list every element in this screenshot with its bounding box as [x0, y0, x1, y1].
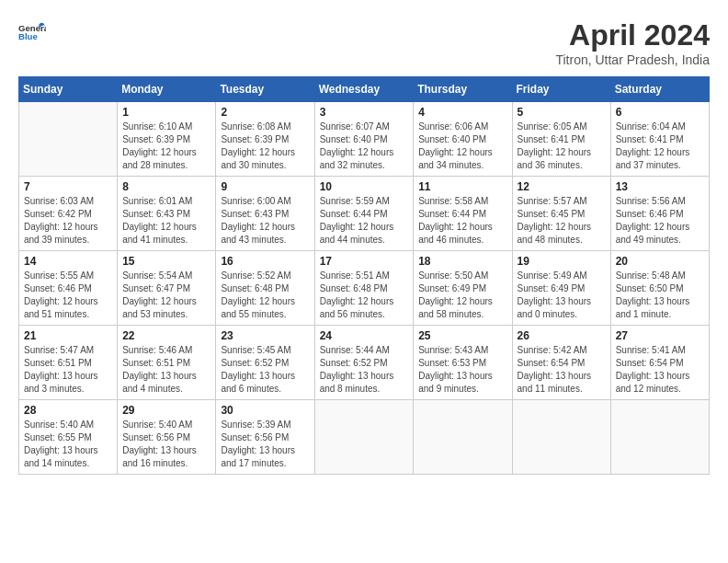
calendar-cell: 29Sunrise: 5:40 AM Sunset: 6:56 PM Dayli… — [118, 400, 216, 475]
calendar-cell — [512, 400, 610, 475]
sub-title: Titron, Uttar Pradesh, India — [555, 52, 710, 67]
day-number: 21 — [24, 329, 112, 342]
calendar-table: SundayMondayTuesdayWednesdayThursdayFrid… — [18, 76, 710, 475]
calendar-cell: 3Sunrise: 6:07 AM Sunset: 6:40 PM Daylig… — [314, 102, 414, 177]
day-info: Sunrise: 5:50 AM Sunset: 6:49 PM Dayligh… — [418, 270, 506, 321]
calendar-cell: 23Sunrise: 5:45 AM Sunset: 6:52 PM Dayli… — [216, 326, 314, 400]
calendar-cell: 12Sunrise: 5:57 AM Sunset: 6:45 PM Dayli… — [512, 177, 610, 251]
day-info: Sunrise: 6:10 AM Sunset: 6:39 PM Dayligh… — [122, 121, 210, 172]
day-number: 30 — [221, 404, 309, 417]
calendar-cell: 24Sunrise: 5:44 AM Sunset: 6:52 PM Dayli… — [314, 326, 414, 400]
day-number: 10 — [320, 180, 409, 193]
generalblue-logo-icon: General Blue — [18, 18, 46, 46]
day-number: 12 — [518, 180, 606, 193]
day-header-saturday: Saturday — [610, 77, 709, 102]
day-info: Sunrise: 5:56 AM Sunset: 6:46 PM Dayligh… — [616, 195, 704, 247]
day-number: 3 — [320, 106, 409, 119]
day-info: Sunrise: 5:55 AM Sunset: 6:46 PM Dayligh… — [24, 270, 112, 321]
week-row-4: 21Sunrise: 5:47 AM Sunset: 6:51 PM Dayli… — [19, 326, 710, 400]
day-number: 13 — [616, 180, 704, 193]
calendar-cell — [314, 400, 414, 475]
logo: General Blue — [18, 18, 46, 46]
day-number: 8 — [122, 180, 210, 193]
day-header-tuesday: Tuesday — [216, 77, 314, 102]
calendar-cell: 15Sunrise: 5:54 AM Sunset: 6:47 PM Dayli… — [118, 251, 216, 326]
day-info: Sunrise: 5:49 AM Sunset: 6:49 PM Dayligh… — [518, 270, 606, 321]
day-info: Sunrise: 5:59 AM Sunset: 6:44 PM Dayligh… — [320, 195, 409, 247]
calendar-cell: 16Sunrise: 5:52 AM Sunset: 6:48 PM Dayli… — [216, 251, 314, 326]
day-info: Sunrise: 6:04 AM Sunset: 6:41 PM Dayligh… — [616, 121, 704, 172]
calendar-cell: 27Sunrise: 5:41 AM Sunset: 6:54 PM Dayli… — [610, 326, 709, 400]
calendar-cell: 14Sunrise: 5:55 AM Sunset: 6:46 PM Dayli… — [19, 251, 118, 326]
day-info: Sunrise: 6:01 AM Sunset: 6:43 PM Dayligh… — [122, 195, 210, 247]
week-row-3: 14Sunrise: 5:55 AM Sunset: 6:46 PM Dayli… — [19, 251, 710, 326]
day-info: Sunrise: 5:44 AM Sunset: 6:52 PM Dayligh… — [320, 344, 409, 396]
header: General Blue April 2024 Titron, Uttar Pr… — [18, 18, 710, 67]
day-info: Sunrise: 5:47 AM Sunset: 6:51 PM Dayligh… — [24, 344, 112, 396]
day-info: Sunrise: 5:54 AM Sunset: 6:47 PM Dayligh… — [122, 270, 210, 321]
calendar-cell — [414, 400, 512, 475]
calendar-cell: 6Sunrise: 6:04 AM Sunset: 6:41 PM Daylig… — [610, 102, 709, 177]
calendar-cell: 7Sunrise: 6:03 AM Sunset: 6:42 PM Daylig… — [19, 177, 118, 251]
calendar-cell: 17Sunrise: 5:51 AM Sunset: 6:48 PM Dayli… — [314, 251, 414, 326]
day-info: Sunrise: 5:52 AM Sunset: 6:48 PM Dayligh… — [221, 270, 309, 321]
calendar-cell — [610, 400, 709, 475]
title-area: April 2024 Titron, Uttar Pradesh, India — [555, 18, 710, 67]
day-info: Sunrise: 5:46 AM Sunset: 6:51 PM Dayligh… — [122, 344, 210, 396]
week-row-2: 7Sunrise: 6:03 AM Sunset: 6:42 PM Daylig… — [19, 177, 710, 251]
day-info: Sunrise: 5:58 AM Sunset: 6:44 PM Dayligh… — [418, 195, 506, 247]
day-number: 1 — [122, 106, 210, 119]
day-info: Sunrise: 5:57 AM Sunset: 6:45 PM Dayligh… — [518, 195, 606, 247]
day-number: 14 — [24, 255, 112, 268]
day-info: Sunrise: 5:45 AM Sunset: 6:52 PM Dayligh… — [221, 344, 309, 396]
day-info: Sunrise: 5:40 AM Sunset: 6:55 PM Dayligh… — [24, 419, 112, 470]
day-number: 24 — [320, 329, 409, 342]
day-number: 22 — [122, 329, 210, 342]
day-header-friday: Friday — [512, 77, 610, 102]
day-info: Sunrise: 5:42 AM Sunset: 6:54 PM Dayligh… — [518, 344, 606, 396]
day-header-wednesday: Wednesday — [314, 77, 414, 102]
day-number: 19 — [518, 255, 606, 268]
svg-text:Blue: Blue — [18, 31, 38, 41]
calendar-cell: 10Sunrise: 5:59 AM Sunset: 6:44 PM Dayli… — [314, 177, 414, 251]
day-header-thursday: Thursday — [414, 77, 512, 102]
calendar-cell: 30Sunrise: 5:39 AM Sunset: 6:56 PM Dayli… — [216, 400, 314, 475]
calendar-cell: 22Sunrise: 5:46 AM Sunset: 6:51 PM Dayli… — [118, 326, 216, 400]
week-row-5: 28Sunrise: 5:40 AM Sunset: 6:55 PM Dayli… — [19, 400, 710, 475]
day-info: Sunrise: 6:00 AM Sunset: 6:43 PM Dayligh… — [221, 195, 309, 247]
calendar-cell: 4Sunrise: 6:06 AM Sunset: 6:40 PM Daylig… — [414, 102, 512, 177]
calendar-cell: 8Sunrise: 6:01 AM Sunset: 6:43 PM Daylig… — [118, 177, 216, 251]
day-header-monday: Monday — [118, 77, 216, 102]
day-info: Sunrise: 6:03 AM Sunset: 6:42 PM Dayligh… — [24, 195, 112, 247]
calendar-cell — [19, 102, 118, 177]
day-number: 15 — [122, 255, 210, 268]
day-number: 18 — [418, 255, 506, 268]
calendar-cell: 19Sunrise: 5:49 AM Sunset: 6:49 PM Dayli… — [512, 251, 610, 326]
day-info: Sunrise: 6:05 AM Sunset: 6:41 PM Dayligh… — [518, 121, 606, 172]
day-number: 27 — [616, 329, 704, 342]
calendar-cell: 9Sunrise: 6:00 AM Sunset: 6:43 PM Daylig… — [216, 177, 314, 251]
day-info: Sunrise: 6:07 AM Sunset: 6:40 PM Dayligh… — [320, 121, 409, 172]
calendar-cell: 2Sunrise: 6:08 AM Sunset: 6:39 PM Daylig… — [216, 102, 314, 177]
day-info: Sunrise: 5:41 AM Sunset: 6:54 PM Dayligh… — [616, 344, 704, 396]
day-number: 6 — [616, 106, 704, 119]
calendar-cell: 21Sunrise: 5:47 AM Sunset: 6:51 PM Dayli… — [19, 326, 118, 400]
day-info: Sunrise: 5:51 AM Sunset: 6:48 PM Dayligh… — [320, 270, 409, 321]
day-number: 5 — [518, 106, 606, 119]
day-number: 7 — [24, 180, 112, 193]
day-number: 4 — [418, 106, 506, 119]
day-number: 28 — [24, 404, 112, 417]
day-number: 2 — [221, 106, 309, 119]
main-title: April 2024 — [555, 18, 710, 52]
week-row-1: 1Sunrise: 6:10 AM Sunset: 6:39 PM Daylig… — [19, 102, 710, 177]
day-info: Sunrise: 5:43 AM Sunset: 6:53 PM Dayligh… — [418, 344, 506, 396]
day-number: 29 — [122, 404, 210, 417]
calendar-cell: 11Sunrise: 5:58 AM Sunset: 6:44 PM Dayli… — [414, 177, 512, 251]
day-info: Sunrise: 6:06 AM Sunset: 6:40 PM Dayligh… — [418, 121, 506, 172]
day-number: 9 — [221, 180, 309, 193]
day-number: 20 — [616, 255, 704, 268]
calendar-cell: 28Sunrise: 5:40 AM Sunset: 6:55 PM Dayli… — [19, 400, 118, 475]
calendar-cell: 5Sunrise: 6:05 AM Sunset: 6:41 PM Daylig… — [512, 102, 610, 177]
day-header-sunday: Sunday — [19, 77, 118, 102]
calendar-cell: 25Sunrise: 5:43 AM Sunset: 6:53 PM Dayli… — [414, 326, 512, 400]
